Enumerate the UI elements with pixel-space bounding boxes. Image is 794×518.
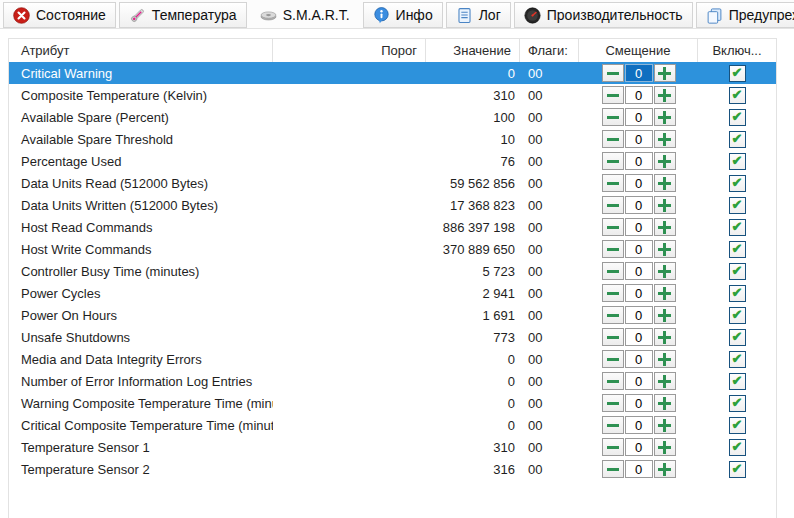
offset-increment-button[interactable] — [654, 108, 676, 126]
enabled-checkbox[interactable]: ✔ — [729, 395, 746, 412]
offset-value[interactable]: 0 — [625, 306, 653, 324]
enabled-checkbox[interactable]: ✔ — [729, 197, 746, 214]
table-row[interactable]: Warning Composite Temperature Time (minu… — [9, 392, 776, 414]
enabled-checkbox[interactable]: ✔ — [729, 263, 746, 280]
offset-value[interactable]: 0 — [625, 350, 653, 368]
offset-value[interactable]: 0 — [625, 438, 653, 456]
offset-decrement-button[interactable] — [602, 240, 624, 258]
tab-status[interactable]: Состояние — [3, 2, 116, 28]
offset-value[interactable]: 0 — [625, 86, 653, 104]
offset-value[interactable]: 0 — [625, 240, 653, 258]
offset-value[interactable]: 0 — [625, 196, 653, 214]
offset-increment-button[interactable] — [654, 64, 676, 82]
offset-value[interactable]: 0 — [625, 130, 653, 148]
enabled-checkbox[interactable]: ✔ — [729, 329, 746, 346]
offset-increment-button[interactable] — [654, 350, 676, 368]
table-row[interactable]: Host Read Commands886 397 198000✔ — [9, 216, 776, 238]
table-row[interactable]: Power On Hours1 691000✔ — [9, 304, 776, 326]
enabled-checkbox[interactable]: ✔ — [729, 285, 746, 302]
offset-decrement-button[interactable] — [602, 86, 624, 104]
table-row[interactable]: Temperature Sensor 2316000✔ — [9, 458, 776, 480]
offset-decrement-button[interactable] — [602, 174, 624, 192]
table-row[interactable]: Available Spare (Percent)100000✔ — [9, 106, 776, 128]
enabled-checkbox[interactable]: ✔ — [729, 461, 746, 478]
offset-increment-button[interactable] — [654, 262, 676, 280]
offset-increment-button[interactable] — [654, 130, 676, 148]
offset-decrement-button[interactable] — [602, 284, 624, 302]
offset-decrement-button[interactable] — [602, 196, 624, 214]
enabled-checkbox[interactable]: ✔ — [729, 87, 746, 104]
offset-value[interactable]: 0 — [625, 174, 653, 192]
table-row[interactable]: Controller Busy Time (minutes)5 723000✔ — [9, 260, 776, 282]
table-row[interactable]: Data Units Read (512000 Bytes)59 562 856… — [9, 172, 776, 194]
enabled-checkbox[interactable]: ✔ — [729, 153, 746, 170]
offset-increment-button[interactable] — [654, 196, 676, 214]
offset-decrement-button[interactable] — [602, 262, 624, 280]
table-row[interactable]: Data Units Written (512000 Bytes)17 368 … — [9, 194, 776, 216]
enabled-checkbox[interactable]: ✔ — [729, 131, 746, 148]
offset-decrement-button[interactable] — [602, 152, 624, 170]
offset-decrement-button[interactable] — [602, 64, 624, 82]
column-header-enabled[interactable]: Включ... — [698, 39, 776, 62]
enabled-checkbox[interactable]: ✔ — [729, 241, 746, 258]
table-row[interactable]: Temperature Sensor 1310000✔ — [9, 436, 776, 458]
column-header-value[interactable]: Значение — [426, 39, 520, 62]
offset-value[interactable]: 0 — [625, 262, 653, 280]
offset-decrement-button[interactable] — [602, 306, 624, 324]
column-header-offset[interactable]: Смещение — [579, 39, 698, 62]
tab-performance[interactable]: Производительность — [514, 2, 693, 28]
column-header-attribute[interactable]: Атрибут — [9, 39, 273, 62]
offset-decrement-button[interactable] — [602, 328, 624, 346]
enabled-checkbox[interactable]: ✔ — [729, 109, 746, 126]
offset-increment-button[interactable] — [654, 416, 676, 434]
enabled-checkbox[interactable]: ✔ — [729, 373, 746, 390]
tab-temperature[interactable]: Температура — [119, 2, 247, 28]
offset-increment-button[interactable] — [654, 218, 676, 236]
table-row[interactable]: Power Cycles2 941000✔ — [9, 282, 776, 304]
table-row[interactable]: Host Write Commands370 889 650000✔ — [9, 238, 776, 260]
enabled-checkbox[interactable]: ✔ — [729, 351, 746, 368]
offset-decrement-button[interactable] — [602, 350, 624, 368]
offset-decrement-button[interactable] — [602, 130, 624, 148]
enabled-checkbox[interactable]: ✔ — [729, 65, 746, 82]
enabled-checkbox[interactable]: ✔ — [729, 219, 746, 236]
offset-increment-button[interactable] — [654, 306, 676, 324]
offset-increment-button[interactable] — [654, 174, 676, 192]
offset-value[interactable]: 0 — [625, 416, 653, 434]
offset-value[interactable]: 0 — [625, 328, 653, 346]
table-row[interactable]: Available Spare Threshold10000✔ — [9, 128, 776, 150]
offset-value[interactable]: 0 — [625, 218, 653, 236]
offset-decrement-button[interactable] — [602, 416, 624, 434]
table-row[interactable]: Critical Warning0000✔ — [9, 62, 776, 84]
offset-value[interactable]: 0 — [625, 108, 653, 126]
offset-value[interactable]: 0 — [625, 284, 653, 302]
offset-decrement-button[interactable] — [602, 438, 624, 456]
offset-decrement-button[interactable] — [602, 394, 624, 412]
table-row[interactable]: Number of Error Information Log Entries0… — [9, 370, 776, 392]
enabled-checkbox[interactable]: ✔ — [729, 307, 746, 324]
offset-decrement-button[interactable] — [602, 372, 624, 390]
tab-info[interactable]: Инфо — [363, 2, 443, 28]
tab-warnings[interactable]: Предупреждения — [696, 2, 794, 28]
enabled-checkbox[interactable]: ✔ — [729, 417, 746, 434]
offset-decrement-button[interactable] — [602, 218, 624, 236]
offset-value[interactable]: 0 — [625, 372, 653, 390]
table-row[interactable]: Composite Temperature (Kelvin)310000✔ — [9, 84, 776, 106]
offset-increment-button[interactable] — [654, 438, 676, 456]
offset-decrement-button[interactable] — [602, 108, 624, 126]
tab-log[interactable]: Лог — [446, 2, 511, 28]
offset-value[interactable]: 0 — [625, 460, 653, 478]
offset-increment-button[interactable] — [654, 460, 676, 478]
tab-smart[interactable]: S.M.A.R.T. — [250, 2, 360, 28]
offset-increment-button[interactable] — [654, 284, 676, 302]
offset-increment-button[interactable] — [654, 328, 676, 346]
offset-increment-button[interactable] — [654, 152, 676, 170]
column-header-flags[interactable]: Флаги: — [520, 39, 579, 62]
column-header-threshold[interactable]: Порог — [273, 39, 426, 62]
offset-value[interactable]: 0 — [625, 64, 653, 82]
offset-value[interactable]: 0 — [625, 394, 653, 412]
enabled-checkbox[interactable]: ✔ — [729, 175, 746, 192]
offset-increment-button[interactable] — [654, 394, 676, 412]
table-row[interactable]: Media and Data Integrity Errors0000✔ — [9, 348, 776, 370]
enabled-checkbox[interactable]: ✔ — [729, 439, 746, 456]
